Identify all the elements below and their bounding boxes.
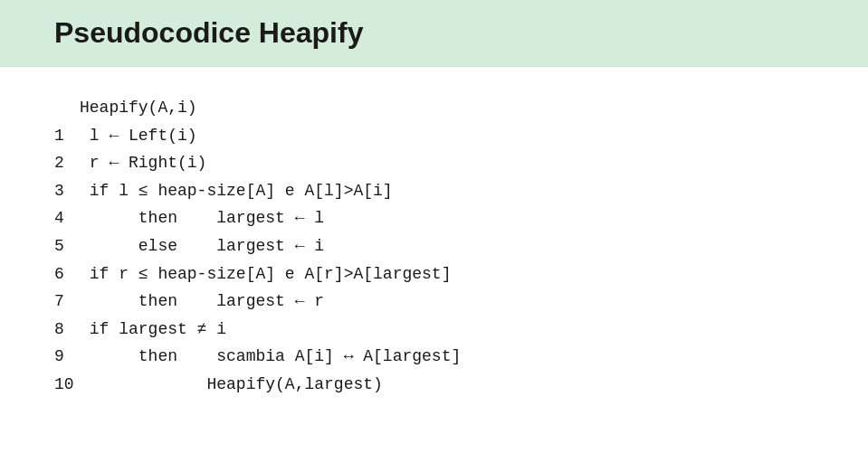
code-line: 1 l ← Left(i) xyxy=(54,122,814,150)
line-text: then largest ← l xyxy=(80,204,324,232)
code-line: Heapify(A,i) xyxy=(54,94,814,122)
line-text: if largest ≠ i xyxy=(80,316,226,344)
code-line: 10 Heapify(A,largest) xyxy=(54,371,814,399)
line-number: 5 xyxy=(54,232,80,260)
line-text: Heapify(A,largest) xyxy=(80,371,383,399)
line-text: r ← Right(i) xyxy=(80,149,206,177)
line-number: 7 xyxy=(54,288,80,316)
code-line: 9 then scambia A[i] ↔ A[largest] xyxy=(54,343,814,371)
code-line: 8 if largest ≠ i xyxy=(54,316,814,344)
line-text: then scambia A[i] ↔ A[largest] xyxy=(80,343,461,371)
line-number: 9 xyxy=(54,343,80,371)
line-text: if l ≤ heap-size[A] e A[l]>A[i] xyxy=(80,177,393,205)
line-text: Heapify(A,i) xyxy=(80,94,197,122)
code-line: 4 then largest ← l xyxy=(54,204,814,232)
code-line: 3 if l ≤ heap-size[A] e A[l]>A[i] xyxy=(54,177,814,205)
line-number: 3 xyxy=(54,177,80,205)
pseudocode-block: Heapify(A,i)1 l ← Left(i)2 r ← Right(i)3… xyxy=(54,94,814,399)
line-number: 8 xyxy=(54,316,80,344)
page-header: Pseudocodice Heapify xyxy=(0,0,868,67)
line-text: else largest ← i xyxy=(80,232,324,260)
code-line: 2 r ← Right(i) xyxy=(54,149,814,177)
line-number: 4 xyxy=(54,204,80,232)
line-text: then largest ← r xyxy=(80,288,324,316)
line-number: 1 xyxy=(54,122,80,150)
line-number: 2 xyxy=(54,149,80,177)
line-text: if r ≤ heap-size[A] e A[r]>A[largest] xyxy=(80,260,451,288)
line-number: 6 xyxy=(54,260,80,288)
page-title: Pseudocodice Heapify xyxy=(54,16,363,49)
line-text: l ← Left(i) xyxy=(80,122,197,150)
line-number: 10 xyxy=(54,371,80,399)
code-line: 5 else largest ← i xyxy=(54,232,814,260)
code-line: 7 then largest ← r xyxy=(54,288,814,316)
code-line: 6 if r ≤ heap-size[A] e A[r]>A[largest] xyxy=(54,260,814,288)
code-content: Heapify(A,i)1 l ← Left(i)2 r ← Right(i)3… xyxy=(0,67,868,417)
